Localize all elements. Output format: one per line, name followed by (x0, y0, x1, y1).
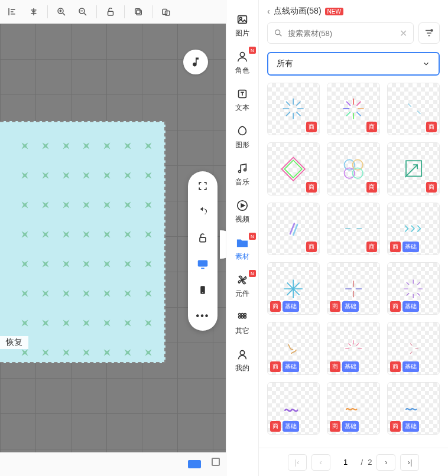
cat-folder[interactable]: 素材N (228, 232, 257, 266)
asset-card[interactable]: 商基础 (387, 322, 440, 374)
asset-card[interactable]: 商 (267, 83, 320, 135)
asset-card[interactable]: 商 (387, 142, 440, 195)
stage-rectangle[interactable]: 恢复 (0, 121, 165, 363)
svg-line-70 (407, 282, 409, 284)
asset-card[interactable]: 商基础 (327, 262, 379, 315)
back-chevron-icon[interactable]: ‹ (267, 6, 270, 16)
asset-card[interactable]: 商基础 (267, 382, 320, 435)
asset-card[interactable]: 商 (327, 142, 379, 195)
undo-button[interactable] (194, 203, 212, 221)
asset-card[interactable]: 商 (387, 83, 440, 135)
display-button[interactable] (194, 255, 212, 273)
cat-me[interactable]: 我的 (228, 343, 257, 378)
asset-card[interactable]: 商基础 (327, 322, 379, 374)
cat-image[interactable]: 图片 (228, 8, 257, 43)
svg-point-19 (239, 314, 241, 316)
asset-card[interactable]: 商基础 (387, 382, 440, 435)
svg-line-77 (348, 343, 350, 345)
asset-preview (278, 93, 309, 124)
align-center-icon[interactable] (24, 2, 44, 22)
asset-preview (398, 333, 428, 364)
music-button[interactable] (183, 50, 208, 74)
asset-preview (338, 273, 369, 304)
asset-card[interactable]: 商基础 (387, 203, 440, 255)
cat-grid[interactable]: 其它 (228, 306, 257, 341)
phone-button[interactable] (194, 281, 212, 299)
chevron-down-icon (422, 60, 430, 68)
music-icon (236, 162, 249, 175)
search-input[interactable] (288, 29, 395, 38)
asset-preview (278, 213, 309, 244)
asset-card[interactable]: 商基础 (267, 322, 320, 374)
cat-text[interactable]: 文本 (228, 83, 257, 118)
svg-line-72 (417, 282, 420, 284)
asset-grid: 商商商商商商商商商基础商基础商基础商基础商基础商基础商基础商基础商基础商基础 (267, 83, 440, 435)
cat-music[interactable]: 音乐 (228, 157, 257, 192)
badge-shang: 商 (330, 361, 340, 372)
canvas-area[interactable]: 恢复 ••• (0, 0, 226, 476)
fullscreen-button[interactable] (194, 177, 212, 195)
panel-title[interactable]: 点线动画(58) (274, 6, 322, 17)
bottom-strip (0, 452, 226, 476)
badge-shang: 商 (270, 421, 281, 432)
asset-preview (398, 213, 428, 244)
svg-rect-7 (200, 237, 206, 242)
text-icon (236, 87, 249, 100)
pager-prev[interactable]: ‹ (311, 454, 330, 471)
svg-line-81 (410, 351, 412, 353)
top-toolbar (0, 0, 226, 24)
badge-shang: 商 (426, 182, 437, 193)
asset-card[interactable]: 商基础 (327, 382, 379, 435)
zoom-out-icon[interactable] (73, 2, 93, 22)
svg-line-44 (408, 104, 411, 107)
align-left-icon[interactable] (2, 2, 22, 22)
screen-ratio-icon[interactable] (188, 460, 201, 468)
asset-card[interactable]: 商 (327, 203, 379, 255)
badge-shang: 商 (366, 242, 377, 252)
svg-point-16 (239, 171, 241, 173)
cat-user[interactable]: 角色N (228, 45, 257, 80)
asset-card[interactable]: 商 (267, 203, 320, 255)
asset-preview (278, 273, 309, 304)
pager-first[interactable]: |‹ (288, 454, 307, 471)
svg-rect-9 (201, 268, 204, 269)
cat-shape[interactable]: 图形 (228, 120, 257, 155)
asset-card[interactable]: 商 (327, 83, 379, 135)
cat-video[interactable]: 视频 (228, 194, 257, 229)
badge-shang: 商 (330, 421, 340, 432)
svg-line-35 (286, 112, 290, 116)
asset-card[interactable]: 商基础 (387, 262, 440, 315)
asset-preview (398, 93, 428, 124)
expand-handle[interactable] (220, 230, 226, 259)
grid-icon (236, 311, 249, 324)
badge-jichu: 基础 (342, 361, 359, 372)
search-box[interactable]: ✕ (267, 22, 414, 44)
type-select[interactable]: 所有 (267, 52, 440, 76)
folder-icon (236, 236, 249, 249)
filter-button[interactable] (418, 22, 440, 44)
unlock-icon[interactable] (100, 2, 121, 22)
pager-last[interactable]: ›| (400, 454, 419, 471)
svg-rect-2 (108, 11, 113, 15)
asset-card[interactable]: 商 (267, 142, 320, 195)
me-icon (236, 348, 249, 361)
cat-label: 图片 (235, 28, 249, 38)
copy-icon[interactable] (128, 2, 148, 22)
cat-pinwheel[interactable]: 元件N (228, 269, 257, 304)
more-button[interactable]: ••• (194, 307, 212, 325)
svg-line-79 (410, 343, 412, 345)
pager-current[interactable] (335, 454, 356, 471)
collapse-icon[interactable] (212, 458, 220, 466)
asset-preview (338, 93, 369, 124)
unlock-button[interactable] (194, 229, 212, 247)
type-select-label: 所有 (277, 58, 293, 69)
pager-sep: / (361, 458, 363, 467)
pager-next[interactable]: › (376, 454, 395, 471)
asset-card[interactable]: 商基础 (267, 262, 320, 315)
svg-line-34 (297, 102, 301, 106)
clear-icon[interactable]: ✕ (400, 28, 407, 39)
paste-clone-icon[interactable] (156, 2, 176, 22)
zoom-in-icon[interactable] (51, 2, 72, 22)
svg-rect-4 (135, 9, 140, 14)
badge-jichu: 基础 (402, 361, 419, 372)
